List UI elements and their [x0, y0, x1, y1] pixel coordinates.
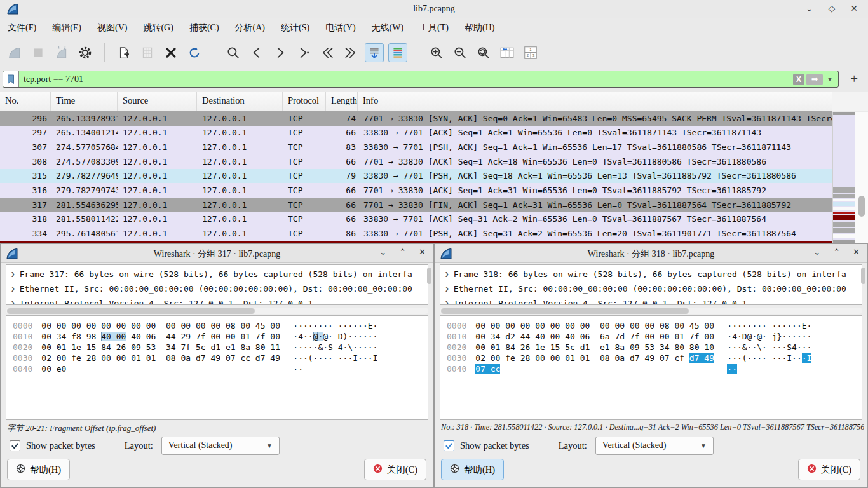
- maximize-icon[interactable]: ⌃: [399, 247, 406, 257]
- menu-item-1[interactable]: 编辑(E): [52, 22, 81, 34]
- minimize-icon[interactable]: ⌄: [379, 247, 386, 257]
- menu-item-8[interactable]: 无线(W): [372, 22, 404, 34]
- zoom-out-icon[interactable]: [451, 43, 470, 62]
- help-button[interactable]: 帮助(H): [441, 459, 504, 480]
- capture-options-icon[interactable]: [76, 43, 95, 62]
- show-packet-bytes-checkbox[interactable]: [10, 440, 20, 451]
- colorize-icon[interactable]: [388, 43, 407, 62]
- packet-bytes-pane[interactable]: 000000 00 00 00 00 00 00 00 00 00 00 00 …: [440, 315, 862, 420]
- column-header-length[interactable]: Length: [326, 92, 358, 111]
- zoom-in-icon[interactable]: [427, 43, 446, 62]
- reload-icon[interactable]: [185, 43, 204, 62]
- menu-item-0[interactable]: 文件(F): [8, 22, 36, 34]
- packet-list-scrollbar[interactable]: [855, 112, 868, 243]
- hex-row[interactable]: 000000 00 00 00 00 00 00 00 00 00 00 00 …: [447, 320, 862, 331]
- hex-row[interactable]: 000000 00 00 00 00 00 00 00 00 00 00 00 …: [13, 320, 428, 331]
- menu-item-5[interactable]: 分析(A): [235, 22, 265, 34]
- filter-bookmark-icon[interactable]: [3, 71, 19, 87]
- column-header-destination[interactable]: Destination: [197, 92, 283, 111]
- column-header-no[interactable]: No.: [0, 92, 51, 111]
- show-packet-bytes-checkbox[interactable]: [444, 440, 454, 451]
- restart-capture-icon[interactable]: [52, 43, 71, 62]
- expand-arrow-icon[interactable]: ❯: [11, 285, 15, 293]
- hex-row[interactable]: 001000 34 d2 44 40 00 40 06 6a 7d 7f 00 …: [447, 331, 862, 342]
- go-to-packet-icon[interactable]: [294, 43, 313, 62]
- close-icon[interactable]: ✕: [853, 247, 860, 257]
- display-filter-field[interactable]: X ➡ ▼: [3, 71, 839, 88]
- filter-clear-icon[interactable]: X: [793, 74, 804, 85]
- filter-add-button[interactable]: +: [850, 71, 858, 86]
- hex-row[interactable]: 002000 01 84 26 1e 15 5c d1 e1 8a 09 53 …: [447, 342, 862, 353]
- go-first-icon[interactable]: [318, 43, 337, 62]
- close-button[interactable]: 关闭(C): [798, 459, 860, 480]
- packet-row[interactable]: 317281.554636295127.0.0.1127.0.0.1TCP667…: [0, 198, 832, 212]
- menu-item-7[interactable]: 电话(Y): [325, 22, 355, 34]
- tree-scrollbar-thumb[interactable]: [427, 268, 431, 284]
- hex-row[interactable]: 001000 34 f8 98 40 00 40 06 44 29 7f 00 …: [13, 331, 428, 342]
- go-back-icon[interactable]: [247, 43, 266, 62]
- layout-select[interactable]: Vertical (Stacked)▼: [595, 437, 714, 455]
- zoom-reset-icon[interactable]: [474, 43, 493, 62]
- layout-chooser-icon[interactable]: 123: [521, 43, 540, 62]
- layout-select[interactable]: Vertical (Stacked)▼: [161, 437, 280, 455]
- maximize-icon[interactable]: ⌃: [833, 247, 840, 257]
- hex-row[interactable]: 003002 00 fe 28 00 00 01 01 08 0a d7 49 …: [13, 353, 428, 363]
- packet-row[interactable]: 296265.133978931127.0.0.1127.0.0.1TCP747…: [0, 111, 832, 126]
- tree-row[interactable]: ❯Frame 318: 66 bytes on wire (528 bits),…: [440, 267, 862, 281]
- tree-row[interactable]: ❯Frame 317: 66 bytes on wire (528 bits),…: [6, 267, 428, 281]
- close-file-icon[interactable]: [161, 43, 180, 62]
- open-file-icon[interactable]: [114, 43, 133, 62]
- tree-row[interactable]: ❯Ethernet II, Src: 00:00:00_00:00:00 (00…: [440, 281, 862, 296]
- tree-horizontal-scrollbar[interactable]: [6, 308, 428, 314]
- expand-arrow-icon[interactable]: ❯: [445, 299, 449, 305]
- go-last-icon[interactable]: [341, 43, 360, 62]
- menu-item-10[interactable]: 帮助(H): [465, 22, 494, 34]
- save-file-icon[interactable]: [138, 43, 157, 62]
- tree-horizontal-scrollbar[interactable]: [440, 308, 862, 314]
- close-button[interactable]: 关闭(C): [364, 459, 426, 480]
- scrollbar-thumb[interactable]: [7, 308, 255, 314]
- menu-item-2[interactable]: 视图(V): [97, 22, 127, 34]
- expand-arrow-icon[interactable]: ❯: [11, 299, 15, 305]
- tree-row[interactable]: ❯Ethernet II, Src: 00:00:00_00:00:00 (00…: [6, 281, 428, 296]
- hex-row[interactable]: 004007 cc··: [447, 363, 862, 374]
- menu-item-6[interactable]: 统计(S): [281, 22, 309, 34]
- menu-item-3[interactable]: 跳转(G): [143, 22, 173, 34]
- column-header-protocol[interactable]: Protocol: [283, 92, 326, 111]
- column-header-source[interactable]: Source: [118, 92, 197, 111]
- filter-dropdown-icon[interactable]: ▼: [827, 76, 833, 83]
- close-icon[interactable]: ✕: [419, 247, 426, 257]
- menu-item-9[interactable]: 工具(T): [419, 22, 449, 34]
- start-capture-icon[interactable]: [5, 43, 24, 62]
- auto-scroll-icon[interactable]: [365, 43, 384, 62]
- maximize-icon[interactable]: ◇: [828, 3, 835, 15]
- display-filter-input[interactable]: [19, 74, 793, 85]
- stop-capture-icon[interactable]: [29, 43, 48, 62]
- menu-item-4[interactable]: 捕获(C): [189, 22, 219, 34]
- packet-row[interactable]: 308274.577083309127.0.0.1127.0.0.1TCP667…: [0, 154, 832, 169]
- hex-row[interactable]: 002000 01 1e 15 84 26 09 53 34 7f 5c d1 …: [13, 342, 428, 353]
- minimize-icon[interactable]: ⌄: [813, 247, 820, 257]
- expand-arrow-icon[interactable]: ❯: [445, 270, 449, 278]
- scrollbar-thumb[interactable]: [441, 308, 689, 314]
- tree-row[interactable]: ❯Internet Protocol Version 4, Src: 127.0…: [6, 296, 428, 305]
- scrollbar-thumb[interactable]: [858, 196, 865, 217]
- packet-row[interactable]: 307274.577057684127.0.0.1127.0.0.1TCP833…: [0, 140, 832, 154]
- hex-row[interactable]: 004000 e0··: [13, 363, 428, 374]
- tree-scrollbar-thumb[interactable]: [861, 268, 865, 284]
- packet-row[interactable]: 297265.134001214127.0.0.1127.0.0.1TCP663…: [0, 126, 832, 140]
- hex-row[interactable]: 003002 00 fe 28 00 00 01 01 08 0a d7 49 …: [447, 353, 862, 363]
- column-header-info[interactable]: Info: [358, 92, 832, 111]
- filter-apply-icon[interactable]: ➡: [806, 74, 823, 85]
- tree-row[interactable]: ❯Internet Protocol Version 4, Src: 127.0…: [440, 296, 862, 305]
- help-button[interactable]: 帮助(H): [7, 459, 70, 480]
- minimize-icon[interactable]: ⌄: [806, 3, 813, 15]
- intelligent-scrollbar-minimap[interactable]: [832, 112, 855, 243]
- expand-arrow-icon[interactable]: ❯: [445, 285, 449, 293]
- resize-columns-icon[interactable]: [498, 43, 517, 62]
- go-forward-icon[interactable]: [271, 43, 290, 62]
- packet-row[interactable]: 316279.782799743127.0.0.1127.0.0.1TCP667…: [0, 183, 832, 198]
- column-header-time[interactable]: Time: [51, 92, 118, 111]
- close-icon[interactable]: ✕: [850, 3, 858, 15]
- packet-row[interactable]: 318281.558011422127.0.0.1127.0.0.1TCP663…: [0, 212, 832, 227]
